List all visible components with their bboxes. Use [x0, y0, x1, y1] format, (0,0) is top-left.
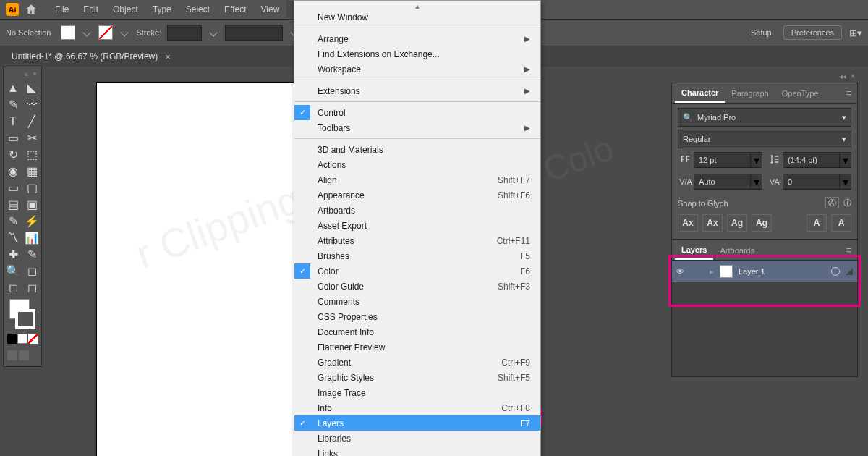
- glyph-snap-button[interactable]: Ax: [678, 214, 698, 232]
- font-family-dropdown[interactable]: 🔍 Myriad Pro ▾: [678, 108, 851, 127]
- target-icon[interactable]: [831, 267, 840, 276]
- tool-13[interactable]: ▢: [22, 180, 41, 196]
- screen-mode-buttons[interactable]: [4, 347, 41, 366]
- glyph-snap-button[interactable]: A: [831, 214, 851, 232]
- menu-item-image-trace[interactable]: Image Trace: [294, 385, 540, 400]
- tool-0[interactable]: ▲: [4, 80, 22, 96]
- menu-item-extensions[interactable]: Extensions▶: [294, 83, 540, 98]
- tool-9[interactable]: ⬚: [22, 146, 41, 163]
- menu-item-graphic-styles[interactable]: Graphic StylesShift+F5: [294, 370, 540, 385]
- glyph-snap-button[interactable]: A: [807, 214, 827, 232]
- tracking-field[interactable]: VA 0 ▾: [767, 173, 851, 190]
- menu-view[interactable]: View: [254, 1, 287, 18]
- tool-8[interactable]: ↻: [4, 146, 22, 163]
- close-icon[interactable]: ×: [165, 51, 171, 62]
- tool-19[interactable]: 📊: [22, 229, 41, 246]
- tool-5[interactable]: ╱: [22, 113, 41, 130]
- menu-item-find-extensions-on-exchange-[interactable]: Find Extensions on Exchange...: [294, 46, 540, 62]
- menu-item-links[interactable]: Links: [294, 446, 540, 456]
- font-style-dropdown[interactable]: Regular ▾: [678, 130, 851, 148]
- tool-7[interactable]: ✂: [22, 130, 41, 146]
- menu-edit[interactable]: Edit: [76, 1, 106, 18]
- chevron-down-icon[interactable]: [210, 28, 218, 36]
- close-icon[interactable]: ×: [33, 70, 37, 78]
- panel-dock-icon[interactable]: ⊞▾: [849, 28, 862, 38]
- menu-item-align[interactable]: AlignShift+F7: [294, 172, 540, 187]
- menu-object[interactable]: Object: [106, 1, 145, 18]
- menu-item-control[interactable]: ✓Control: [294, 105, 540, 120]
- menu-item-color[interactable]: ✓ColorF6: [294, 263, 540, 279]
- menu-item-css-properties[interactable]: CSS Properties: [294, 309, 540, 324]
- tool-17[interactable]: ⚡: [22, 213, 41, 229]
- leading-field[interactable]: (14.4 pt) ▾: [767, 151, 851, 169]
- document-setup-button[interactable]: Setup: [746, 26, 776, 39]
- panel-menu-icon[interactable]: ≡: [843, 88, 854, 98]
- tool-4[interactable]: T: [4, 113, 22, 130]
- tool-18[interactable]: 〽: [4, 229, 22, 246]
- chevron-down-icon[interactable]: ▾: [751, 174, 762, 190]
- menu-select[interactable]: Select: [179, 1, 217, 18]
- glyph-snap-button[interactable]: Ag: [727, 214, 747, 232]
- visibility-icon[interactable]: 👁: [676, 267, 688, 276]
- menu-item-info[interactable]: InfoCtrl+F8: [294, 400, 540, 415]
- tool-20[interactable]: ✚: [4, 246, 22, 263]
- menu-item-artboards[interactable]: Artboards: [294, 203, 540, 218]
- snap-glyph-icon[interactable]: Ⓐ: [825, 197, 839, 208]
- preferences-button[interactable]: Preferences: [783, 25, 842, 40]
- info-icon[interactable]: ⓘ: [843, 198, 851, 207]
- tool-16[interactable]: ✎: [4, 213, 22, 229]
- kerning-field[interactable]: V/A Auto ▾: [678, 173, 762, 190]
- tool-23[interactable]: ◻: [22, 263, 41, 279]
- menu-type[interactable]: Type: [145, 1, 179, 18]
- tool-6[interactable]: ▭: [4, 130, 22, 146]
- tool-21[interactable]: ✎: [22, 246, 41, 263]
- chevron-down-icon[interactable]: ▾: [840, 152, 851, 168]
- tab-artboards[interactable]: Artboards: [713, 240, 761, 260]
- close-icon[interactable]: ×: [851, 72, 855, 83]
- tool-25[interactable]: ◻: [22, 279, 41, 296]
- collapse-icon[interactable]: ◂◂: [839, 72, 846, 83]
- fill-swatch[interactable]: [61, 25, 75, 40]
- tool-3[interactable]: 〰: [22, 96, 41, 113]
- tab-opentype[interactable]: OpenType: [775, 83, 825, 103]
- menu-item-brushes[interactable]: BrushesF5: [294, 248, 540, 263]
- tool-2[interactable]: ✎: [4, 96, 22, 113]
- glyph-snap-button[interactable]: Ax: [702, 214, 723, 232]
- chevron-down-icon[interactable]: ▾: [840, 174, 851, 190]
- tool-24[interactable]: ◻: [4, 279, 22, 296]
- menu-effect[interactable]: Effect: [217, 1, 253, 18]
- tool-22[interactable]: 🔍: [4, 263, 22, 279]
- menu-item-document-info[interactable]: Document Info: [294, 324, 540, 339]
- glyph-snap-button[interactable]: Ag: [752, 214, 772, 232]
- menu-item-workspace[interactable]: Workspace▶: [294, 62, 540, 77]
- layer-name[interactable]: Layer 1: [739, 267, 765, 276]
- menu-item-layers[interactable]: ✓LayersF7: [294, 415, 540, 431]
- chevron-down-icon[interactable]: ▾: [751, 152, 762, 168]
- tool-1[interactable]: ◣: [22, 80, 41, 96]
- menu-item-flattener-preview[interactable]: Flattener Preview: [294, 339, 540, 355]
- font-size-field[interactable]: 12 pt ▾: [678, 151, 762, 169]
- menu-file[interactable]: File: [48, 1, 76, 18]
- app-icon[interactable]: Ai: [6, 3, 19, 16]
- stroke-swatch[interactable]: [98, 25, 113, 40]
- menu-item-new-window[interactable]: New Window: [294, 9, 540, 25]
- scroll-up-icon[interactable]: ▲: [294, 4, 540, 9]
- document-tab[interactable]: Untitled-1* @ 66.67 % (RGB/Preview) ×: [6, 51, 176, 62]
- menu-item-asset-export[interactable]: Asset Export: [294, 218, 540, 233]
- layer-row[interactable]: 👁 ▸ Layer 1: [672, 261, 857, 282]
- tool-12[interactable]: ▭: [4, 180, 22, 196]
- menu-item-actions[interactable]: Actions: [294, 157, 540, 172]
- menu-item-appearance[interactable]: AppearanceShift+F6: [294, 187, 540, 203]
- tab-paragraph[interactable]: Paragraph: [725, 83, 775, 103]
- chevron-down-icon[interactable]: [121, 28, 129, 36]
- menu-item-libraries[interactable]: Libraries: [294, 431, 540, 446]
- tool-10[interactable]: ◉: [4, 163, 22, 180]
- tab-layers[interactable]: Layers: [675, 240, 713, 260]
- menu-item-comments[interactable]: Comments: [294, 294, 540, 309]
- tool-11[interactable]: ▦: [22, 163, 41, 180]
- menu-item-toolbars[interactable]: Toolbars▶: [294, 120, 540, 135]
- panel-menu-icon[interactable]: ≡: [843, 245, 854, 256]
- opacity-input[interactable]: [225, 25, 283, 41]
- home-icon[interactable]: [25, 3, 38, 16]
- menu-item-color-guide[interactable]: Color GuideShift+F3: [294, 279, 540, 294]
